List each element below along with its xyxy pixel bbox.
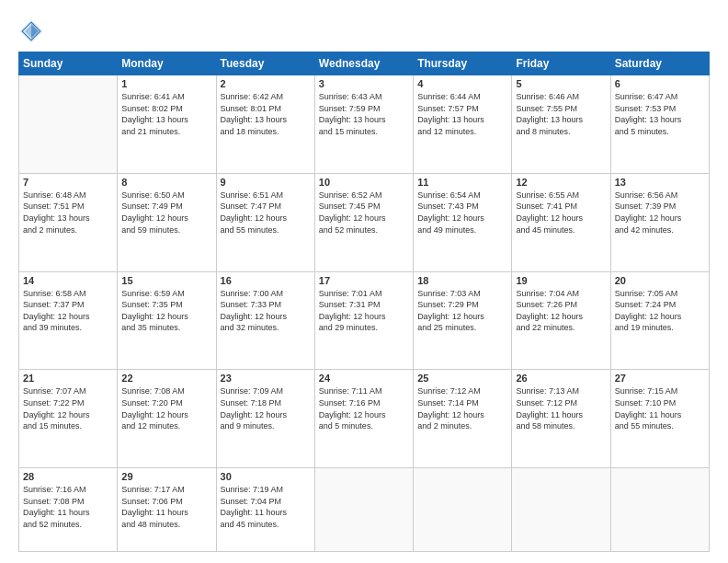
day-number: 17 bbox=[319, 275, 409, 286]
day-number: 13 bbox=[615, 177, 705, 188]
day-number: 20 bbox=[615, 275, 705, 286]
day-info: Sunrise: 7:11 AM Sunset: 7:16 PM Dayligh… bbox=[319, 385, 409, 431]
day-cell bbox=[314, 468, 413, 552]
day-number: 24 bbox=[319, 373, 409, 384]
day-info: Sunrise: 7:09 AM Sunset: 7:18 PM Dayligh… bbox=[221, 385, 311, 431]
day-cell: 8Sunrise: 6:50 AM Sunset: 7:49 PM Daylig… bbox=[118, 173, 216, 271]
day-info: Sunrise: 7:08 AM Sunset: 7:20 PM Dayligh… bbox=[121, 385, 211, 431]
day-number: 18 bbox=[417, 275, 507, 286]
day-number: 8 bbox=[121, 177, 211, 188]
day-cell: 24Sunrise: 7:11 AM Sunset: 7:16 PM Dayli… bbox=[314, 370, 413, 468]
day-cell: 30Sunrise: 7:19 AM Sunset: 7:04 PM Dayli… bbox=[216, 468, 314, 552]
day-info: Sunrise: 7:05 AM Sunset: 7:24 PM Dayligh… bbox=[615, 288, 705, 334]
day-info: Sunrise: 7:04 AM Sunset: 7:26 PM Dayligh… bbox=[516, 288, 606, 334]
day-number: 15 bbox=[121, 275, 211, 286]
day-number: 25 bbox=[417, 373, 507, 384]
day-info: Sunrise: 6:54 AM Sunset: 7:43 PM Dayligh… bbox=[417, 190, 507, 236]
day-cell: 4Sunrise: 6:44 AM Sunset: 7:57 PM Daylig… bbox=[414, 75, 512, 174]
day-info: Sunrise: 7:13 AM Sunset: 7:12 PM Dayligh… bbox=[516, 385, 606, 431]
day-cell: 23Sunrise: 7:09 AM Sunset: 7:18 PM Dayli… bbox=[216, 370, 314, 468]
day-number: 7 bbox=[23, 177, 113, 188]
page: SundayMondayTuesdayWednesdayThursdayFrid… bbox=[0, 0, 728, 563]
day-info: Sunrise: 6:43 AM Sunset: 7:59 PM Dayligh… bbox=[319, 91, 409, 137]
weekday-header-row: SundayMondayTuesdayWednesdayThursdayFrid… bbox=[19, 52, 710, 75]
day-number: 11 bbox=[417, 177, 507, 188]
logo-icon bbox=[18, 18, 44, 44]
day-cell: 13Sunrise: 6:56 AM Sunset: 7:39 PM Dayli… bbox=[610, 173, 709, 271]
weekday-header-monday: Monday bbox=[118, 52, 216, 75]
day-number: 16 bbox=[221, 275, 311, 286]
day-number: 28 bbox=[23, 471, 113, 482]
weekday-header-thursday: Thursday bbox=[414, 52, 512, 75]
day-info: Sunrise: 6:56 AM Sunset: 7:39 PM Dayligh… bbox=[615, 190, 705, 236]
day-cell: 16Sunrise: 7:00 AM Sunset: 7:33 PM Dayli… bbox=[216, 271, 314, 370]
day-cell: 20Sunrise: 7:05 AM Sunset: 7:24 PM Dayli… bbox=[610, 271, 709, 370]
day-number: 3 bbox=[319, 78, 409, 89]
day-info: Sunrise: 6:52 AM Sunset: 7:45 PM Dayligh… bbox=[319, 190, 409, 236]
day-cell: 11Sunrise: 6:54 AM Sunset: 7:43 PM Dayli… bbox=[414, 173, 512, 271]
week-row-2: 7Sunrise: 6:48 AM Sunset: 7:51 PM Daylig… bbox=[19, 173, 710, 271]
day-number: 29 bbox=[121, 471, 211, 482]
weekday-header-friday: Friday bbox=[512, 52, 610, 75]
day-info: Sunrise: 7:01 AM Sunset: 7:31 PM Dayligh… bbox=[319, 288, 409, 334]
day-info: Sunrise: 6:58 AM Sunset: 7:37 PM Dayligh… bbox=[23, 288, 113, 334]
day-number: 4 bbox=[417, 78, 507, 89]
day-info: Sunrise: 7:19 AM Sunset: 7:04 PM Dayligh… bbox=[221, 484, 311, 530]
day-cell bbox=[414, 468, 512, 552]
day-cell bbox=[610, 468, 709, 552]
header bbox=[18, 15, 710, 44]
weekday-header-wednesday: Wednesday bbox=[314, 52, 413, 75]
day-info: Sunrise: 7:00 AM Sunset: 7:33 PM Dayligh… bbox=[221, 288, 311, 334]
day-cell: 3Sunrise: 6:43 AM Sunset: 7:59 PM Daylig… bbox=[314, 75, 413, 174]
day-info: Sunrise: 6:51 AM Sunset: 7:47 PM Dayligh… bbox=[221, 190, 311, 236]
day-cell: 18Sunrise: 7:03 AM Sunset: 7:29 PM Dayli… bbox=[414, 271, 512, 370]
day-cell: 2Sunrise: 6:42 AM Sunset: 8:01 PM Daylig… bbox=[216, 75, 314, 174]
week-row-5: 28Sunrise: 7:16 AM Sunset: 7:08 PM Dayli… bbox=[19, 468, 710, 552]
day-cell: 28Sunrise: 7:16 AM Sunset: 7:08 PM Dayli… bbox=[19, 468, 118, 552]
day-info: Sunrise: 7:03 AM Sunset: 7:29 PM Dayligh… bbox=[417, 288, 507, 334]
day-info: Sunrise: 6:44 AM Sunset: 7:57 PM Dayligh… bbox=[417, 91, 507, 137]
day-cell: 29Sunrise: 7:17 AM Sunset: 7:06 PM Dayli… bbox=[118, 468, 216, 552]
day-info: Sunrise: 6:48 AM Sunset: 7:51 PM Dayligh… bbox=[23, 190, 113, 236]
day-cell: 15Sunrise: 6:59 AM Sunset: 7:35 PM Dayli… bbox=[118, 271, 216, 370]
day-cell: 22Sunrise: 7:08 AM Sunset: 7:20 PM Dayli… bbox=[118, 370, 216, 468]
day-cell: 12Sunrise: 6:55 AM Sunset: 7:41 PM Dayli… bbox=[512, 173, 610, 271]
day-cell: 19Sunrise: 7:04 AM Sunset: 7:26 PM Dayli… bbox=[512, 271, 610, 370]
weekday-header-sunday: Sunday bbox=[19, 52, 118, 75]
day-cell: 26Sunrise: 7:13 AM Sunset: 7:12 PM Dayli… bbox=[512, 370, 610, 468]
day-info: Sunrise: 7:07 AM Sunset: 7:22 PM Dayligh… bbox=[23, 385, 113, 431]
day-cell: 6Sunrise: 6:47 AM Sunset: 7:53 PM Daylig… bbox=[610, 75, 709, 174]
day-cell bbox=[19, 75, 118, 174]
day-number: 10 bbox=[319, 177, 409, 188]
weekday-header-saturday: Saturday bbox=[610, 52, 709, 75]
day-info: Sunrise: 7:16 AM Sunset: 7:08 PM Dayligh… bbox=[23, 484, 113, 530]
week-row-3: 14Sunrise: 6:58 AM Sunset: 7:37 PM Dayli… bbox=[19, 271, 710, 370]
logo bbox=[18, 18, 48, 44]
day-cell: 7Sunrise: 6:48 AM Sunset: 7:51 PM Daylig… bbox=[19, 173, 118, 271]
day-cell: 1Sunrise: 6:41 AM Sunset: 8:02 PM Daylig… bbox=[118, 75, 216, 174]
day-number: 19 bbox=[516, 275, 606, 286]
day-number: 27 bbox=[615, 373, 705, 384]
day-cell: 27Sunrise: 7:15 AM Sunset: 7:10 PM Dayli… bbox=[610, 370, 709, 468]
day-number: 9 bbox=[221, 177, 311, 188]
day-number: 21 bbox=[23, 373, 113, 384]
week-row-4: 21Sunrise: 7:07 AM Sunset: 7:22 PM Dayli… bbox=[19, 370, 710, 468]
day-number: 22 bbox=[121, 373, 211, 384]
weekday-header-tuesday: Tuesday bbox=[216, 52, 314, 75]
day-info: Sunrise: 6:59 AM Sunset: 7:35 PM Dayligh… bbox=[121, 288, 211, 334]
week-row-1: 1Sunrise: 6:41 AM Sunset: 8:02 PM Daylig… bbox=[19, 75, 710, 174]
day-cell: 17Sunrise: 7:01 AM Sunset: 7:31 PM Dayli… bbox=[314, 271, 413, 370]
day-info: Sunrise: 6:55 AM Sunset: 7:41 PM Dayligh… bbox=[516, 190, 606, 236]
day-info: Sunrise: 6:42 AM Sunset: 8:01 PM Dayligh… bbox=[221, 91, 311, 137]
day-info: Sunrise: 7:12 AM Sunset: 7:14 PM Dayligh… bbox=[417, 385, 507, 431]
day-number: 14 bbox=[23, 275, 113, 286]
day-cell: 25Sunrise: 7:12 AM Sunset: 7:14 PM Dayli… bbox=[414, 370, 512, 468]
day-info: Sunrise: 7:15 AM Sunset: 7:10 PM Dayligh… bbox=[615, 385, 705, 431]
day-info: Sunrise: 6:46 AM Sunset: 7:55 PM Dayligh… bbox=[516, 91, 606, 137]
day-number: 23 bbox=[221, 373, 311, 384]
day-info: Sunrise: 6:50 AM Sunset: 7:49 PM Dayligh… bbox=[121, 190, 211, 236]
day-info: Sunrise: 6:47 AM Sunset: 7:53 PM Dayligh… bbox=[615, 91, 705, 137]
day-number: 2 bbox=[221, 78, 311, 89]
calendar-table: SundayMondayTuesdayWednesdayThursdayFrid… bbox=[18, 52, 710, 552]
day-cell: 14Sunrise: 6:58 AM Sunset: 7:37 PM Dayli… bbox=[19, 271, 118, 370]
